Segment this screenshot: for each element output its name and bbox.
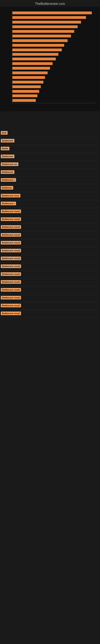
chart-bar-fill (12, 25, 78, 28)
chart-bar-row (12, 94, 96, 98)
result-item: Bottleneck res (0, 161, 100, 169)
site-title-bar: TheBottlenecker.com (0, 0, 100, 7)
result-label: Bottleneck result (1, 256, 21, 260)
chart-bar-fill (12, 58, 56, 60)
result-label: Bottleneck r (1, 202, 16, 205)
chart-bar-row (12, 76, 96, 79)
chart-bar-row (12, 66, 96, 70)
chart-bar-fill (12, 81, 43, 84)
chart-bar-row (12, 34, 96, 38)
chart-bar-fill (12, 76, 45, 79)
result-label: Bottleneck (1, 154, 14, 158)
result-item: Bottleneck result (0, 232, 100, 239)
result-item: Bottleneck result (0, 294, 100, 302)
result-item: Bottleneck result (0, 247, 100, 255)
result-item: Bottleneck (0, 169, 100, 176)
chart-bar-row (12, 11, 96, 15)
chart-bar-fill (12, 44, 64, 47)
chart-bar-row (12, 20, 96, 24)
results-section: BottBottleneckBottleBottleneckBottleneck… (0, 130, 100, 322)
chart-bar-fill (12, 12, 92, 14)
result-item: Bottleneck result (0, 239, 100, 247)
chart-bar-row (12, 71, 96, 75)
chart-bar-row (12, 16, 96, 19)
result-item: Bottleneck result (0, 302, 100, 310)
result-label: Bottleneck result (1, 233, 21, 237)
result-item: Bottle (0, 145, 100, 153)
chart-bar-fill (12, 67, 50, 70)
result-label: Bottleneck result (1, 312, 21, 315)
result-label: Bottleneck result (1, 241, 21, 244)
chart-bar-row (12, 52, 96, 56)
spacer-1 (0, 111, 100, 128)
chart-bar-row (12, 98, 96, 102)
x-axis (12, 103, 96, 103)
chart-bar-fill (12, 16, 86, 19)
chart-bar-row (12, 62, 96, 66)
chart-bar-row (12, 44, 96, 47)
result-label: Bottlenec (1, 186, 13, 190)
result-label: Bottleneck r (1, 178, 16, 182)
result-label: Bottleneck (1, 139, 14, 142)
chart-bar-fill (12, 48, 62, 51)
chart-bar-fill (12, 21, 81, 24)
result-label: Bottleneck (1, 170, 14, 174)
result-label: Bottleneck resul (1, 194, 20, 198)
result-label: Bottleneck result (1, 225, 21, 229)
result-item: Bottlenec (0, 184, 100, 192)
result-item: Bottleneck result (0, 255, 100, 263)
y-axis (12, 11, 12, 103)
chart-bar-fill (12, 72, 48, 74)
chart-bar-fill (12, 62, 52, 65)
result-label: Bottleneck result (1, 296, 21, 300)
chart-bar-row (12, 90, 96, 93)
result-label: Bottleneck result (1, 272, 21, 276)
result-label: Bottle (1, 147, 9, 150)
chart-bar-fill (12, 39, 68, 42)
chart-bar-fill (12, 30, 74, 33)
result-item: Bottleneck r (0, 176, 100, 184)
result-item: Bottleneck result (0, 278, 100, 286)
result-item: Bottleneck result (0, 271, 100, 278)
chart-bar-fill (12, 94, 37, 97)
result-label: Bottleneck result (1, 249, 21, 252)
result-label: Bottleneck result (1, 210, 21, 213)
result-label: Bottleneck result (1, 264, 21, 268)
chart-bar-row (12, 25, 96, 28)
chart-bar-row (12, 48, 96, 52)
result-item: Bottleneck result (0, 286, 100, 294)
result-item: Bottleneck result (0, 208, 100, 216)
chart-bar-fill (12, 85, 41, 88)
result-label: Bottleneck result (1, 304, 21, 307)
chart-bar-fill (12, 53, 58, 56)
chart-area (0, 7, 100, 111)
chart-bar-row (12, 85, 96, 88)
chart-bar-row (12, 30, 96, 33)
result-item: Bottleneck result (0, 310, 100, 318)
result-item: Bottleneck resul (0, 192, 100, 200)
result-label: Bottleneck res (1, 162, 18, 166)
chart-bars (12, 11, 96, 103)
result-item: Bottleneck result (0, 263, 100, 271)
chart-bar-fill (12, 90, 39, 93)
chart-bar-row (12, 39, 96, 42)
result-label: Bottleneck result (1, 217, 21, 221)
chart-bar-fill (12, 34, 71, 38)
result-item: Bottleneck r (0, 200, 100, 208)
site-title: TheBottlenecker.com (0, 0, 100, 7)
result-label: Bottleneck result (1, 280, 21, 284)
result-label: Bottleneck result (1, 288, 21, 292)
chart-bar-row (12, 80, 96, 84)
chart-bar-row (12, 57, 96, 61)
result-label: Bott (1, 131, 8, 135)
result-item: Bott (0, 130, 100, 137)
result-item: Bottleneck result (0, 224, 100, 232)
chart-bar-fill (12, 99, 36, 102)
result-item: Bottleneck (0, 137, 100, 145)
result-item: Bottleneck result (0, 216, 100, 224)
result-item: Bottleneck (0, 153, 100, 161)
